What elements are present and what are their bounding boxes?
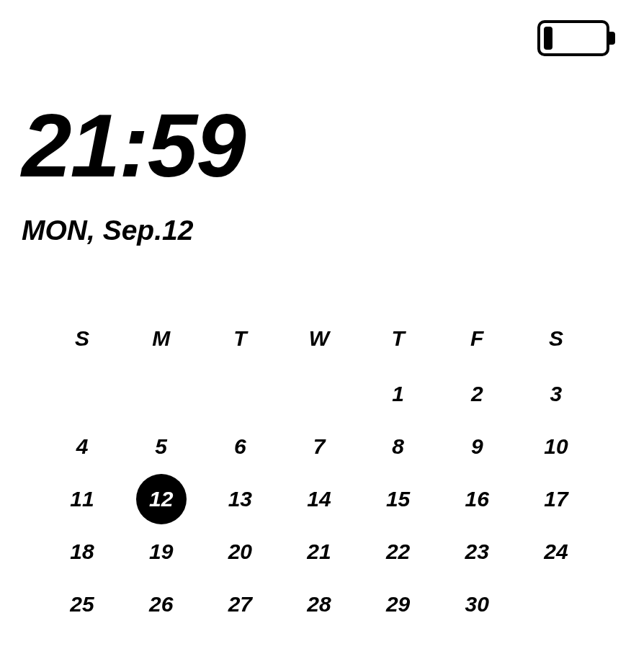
day-header: S <box>43 326 121 351</box>
calendar-day-today[interactable]: 12 <box>122 474 200 524</box>
calendar-day[interactable]: 27 <box>201 592 279 617</box>
calendar-day[interactable]: 9 <box>438 434 516 459</box>
calendar-day[interactable]: 22 <box>359 539 437 564</box>
calendar-row: 25 26 27 28 29 30 <box>43 578 595 630</box>
calendar-day[interactable]: 10 <box>517 434 595 459</box>
calendar-day[interactable]: 20 <box>201 539 279 564</box>
day-header: W <box>280 326 358 351</box>
calendar-day[interactable]: 29 <box>359 592 437 617</box>
calendar-day-today-label: 12 <box>149 487 173 511</box>
calendar-day[interactable]: 28 <box>280 592 358 617</box>
calendar-day[interactable]: 18 <box>43 539 121 564</box>
day-header: F <box>438 326 516 351</box>
calendar-day[interactable]: 17 <box>517 487 595 511</box>
battery-icon <box>537 20 609 56</box>
calendar-day[interactable]: 1 <box>359 382 437 406</box>
calendar-row: 4 5 6 7 8 9 10 <box>43 420 595 472</box>
calendar-day[interactable]: 26 <box>122 592 200 617</box>
calendar-day[interactable]: 11 <box>43 487 121 511</box>
status-bar <box>537 20 609 56</box>
calendar-day[interactable]: 16 <box>438 487 516 511</box>
calendar-row: 11 12 13 14 15 16 17 <box>43 472 595 525</box>
calendar-day[interactable]: 7 <box>280 434 358 459</box>
calendar-day[interactable]: 13 <box>201 487 279 511</box>
calendar-day[interactable]: 3 <box>517 382 595 406</box>
calendar-day[interactable]: 4 <box>43 434 121 459</box>
day-header: T <box>359 326 437 351</box>
calendar-row: 1 2 3 <box>43 367 595 420</box>
date-label: MON, Sep.12 <box>22 215 193 246</box>
calendar-day[interactable]: 23 <box>438 539 516 564</box>
clock-time: 21:59 <box>22 94 245 197</box>
calendar-day[interactable]: 14 <box>280 487 358 511</box>
calendar-day[interactable]: 21 <box>280 539 358 564</box>
calendar-day[interactable]: 24 <box>517 539 595 564</box>
day-header: T <box>201 326 279 351</box>
calendar-day[interactable]: 19 <box>122 539 200 564</box>
calendar-day[interactable]: 2 <box>438 382 516 406</box>
calendar: S M T W T F S 1 2 3 4 5 6 7 8 9 10 11 12… <box>43 317 595 630</box>
calendar-day[interactable]: 5 <box>122 434 200 459</box>
day-header: S <box>517 326 595 351</box>
day-header: M <box>122 326 200 351</box>
calendar-row: 18 19 20 21 22 23 24 <box>43 525 595 578</box>
calendar-day[interactable]: 30 <box>438 592 516 617</box>
calendar-day[interactable]: 8 <box>359 434 437 459</box>
calendar-day[interactable]: 6 <box>201 434 279 459</box>
calendar-day[interactable]: 15 <box>359 487 437 511</box>
battery-fill <box>544 27 552 50</box>
calendar-day[interactable]: 25 <box>43 592 121 617</box>
calendar-header-row: S M T W T F S <box>43 317 595 360</box>
